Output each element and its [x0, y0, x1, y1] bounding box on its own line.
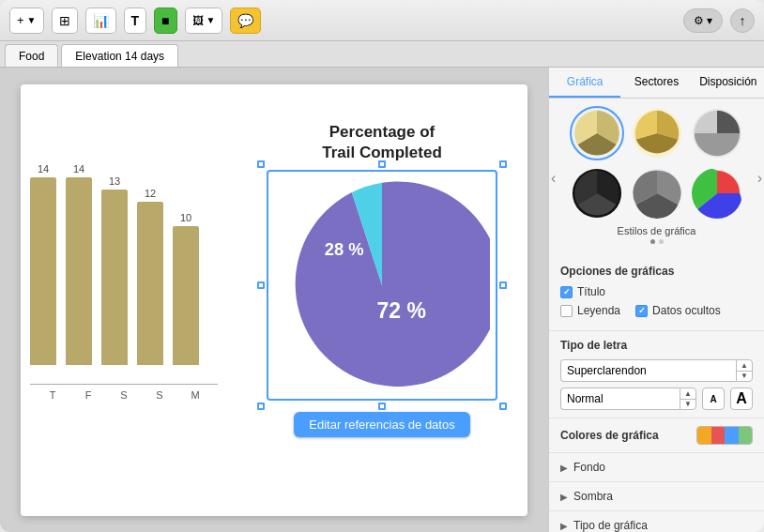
panel-tabs: Gráfica Sectores Disposición — [549, 68, 764, 99]
account-button[interactable]: ⚙ ▾ — [683, 8, 723, 33]
handle-br[interactable] — [499, 403, 507, 410]
main-area: 14 14 13 12 — [0, 68, 764, 532]
bar-col-3: 12 — [137, 188, 163, 365]
comment-button[interactable]: 💬 — [230, 8, 261, 34]
fondo-header[interactable]: ▶ Fondo — [549, 453, 764, 481]
datos-ocultos-checkbox[interactable] — [635, 305, 648, 317]
media-icon: 🖼 — [192, 14, 204, 27]
chart-styles-section: ‹ — [549, 99, 764, 257]
handle-mr[interactable] — [499, 281, 507, 289]
color-swatches[interactable] — [696, 426, 753, 445]
colors-row: Colores de gráfica — [560, 426, 753, 445]
color-swatch-3[interactable] — [739, 427, 753, 444]
font-size-small-button[interactable]: A — [702, 388, 725, 410]
tipo-grafica-header[interactable]: ▶ Tipo de gráfica — [549, 511, 764, 532]
pie-container[interactable]: Percentage of Trail Completed — [255, 122, 509, 437]
tabbar: Food Elevation 14 days — [0, 41, 764, 68]
svg-text:28 %: 28 % — [325, 238, 364, 258]
tipo-grafica-label: Tipo de gráfica — [573, 519, 648, 532]
chart-style-1[interactable] — [630, 106, 684, 160]
fondo-section: ▶ Fondo — [549, 453, 764, 482]
panel-tab-grafica[interactable]: Gráfica — [549, 68, 620, 98]
font-style-wrapper: Normal ▲ ▼ — [560, 388, 696, 410]
bar-chart: 14 14 13 12 — [30, 141, 218, 441]
handle-ml[interactable] — [257, 281, 265, 289]
bar-col-0: 14 — [30, 163, 56, 365]
sombra-section: ▶ Sombra — [549, 482, 764, 511]
account-icon: ⚙ ▾ — [694, 14, 712, 27]
font-style-display: Normal — [560, 388, 680, 410]
share-icon: ↑ — [740, 13, 746, 28]
handle-bm[interactable] — [378, 403, 386, 410]
leyenda-checkbox[interactable] — [560, 305, 573, 317]
color-swatch-1[interactable] — [711, 427, 726, 444]
media-button[interactable]: 🖼 ▼ — [185, 8, 223, 34]
tab-food[interactable]: Food — [5, 44, 58, 67]
font-family-up[interactable]: ▲ — [737, 360, 752, 372]
add-chevron: ▼ — [27, 15, 37, 25]
handle-bl[interactable] — [257, 403, 265, 410]
text-icon: T — [131, 13, 140, 28]
datos-ocultos-label[interactable]: Datos ocultos — [635, 304, 721, 317]
color-swatch-2[interactable] — [725, 427, 739, 444]
tab-elevation[interactable]: Elevation 14 days — [61, 44, 178, 67]
sombra-label: Sombra — [573, 490, 613, 503]
chart-style-5[interactable] — [690, 166, 744, 220]
add-button[interactable]: + ▼ — [9, 8, 44, 34]
fondo-arrow: ▶ — [560, 463, 568, 473]
shape-icon: ■ — [161, 13, 169, 28]
right-panel: Gráfica Sectores Disposición ‹ — [548, 68, 764, 532]
chart-button[interactable]: 📊 — [85, 8, 116, 34]
bar-0 — [30, 177, 56, 365]
font-section: Tipo de letra Superclarendon ▲ ▼ Normal … — [549, 331, 764, 418]
tipo-grafica-arrow: ▶ — [560, 521, 568, 531]
chart-styles-grid — [557, 106, 756, 220]
pie-chart-wrapper[interactable]: 72 % 28 % — [274, 177, 490, 393]
table-button[interactable]: ⊞ — [52, 8, 78, 34]
options-title: Opciones de gráficas — [560, 265, 753, 278]
shape-button[interactable]: ■ — [154, 8, 176, 34]
chart-style-0[interactable] — [570, 106, 624, 160]
sombra-header[interactable]: ▶ Sombra — [549, 482, 764, 510]
bar-chart-bars: 14 14 13 12 — [30, 141, 218, 385]
font-style-row: Normal ▲ ▼ A A — [560, 388, 753, 410]
options-section: Opciones de gráficas Título Leyenda Dato… — [549, 257, 764, 331]
canvas-inner: 14 14 13 12 — [21, 84, 527, 516]
bar-4 — [173, 226, 199, 365]
colors-section: Colores de gráfica — [549, 418, 764, 453]
sombra-arrow: ▶ — [560, 492, 568, 502]
font-size-large-button[interactable]: A — [730, 388, 753, 410]
edit-data-button[interactable]: Editar referencias de datos — [294, 412, 469, 437]
leyenda-label[interactable]: Leyenda — [560, 304, 620, 317]
panel-tab-disposicion[interactable]: Disposición — [693, 68, 764, 98]
color-swatch-0[interactable] — [697, 427, 711, 444]
chart-style-4[interactable] — [630, 166, 684, 220]
table-icon: ⊞ — [59, 13, 70, 28]
style-prev-button[interactable]: ‹ — [551, 170, 556, 187]
font-title: Tipo de letra — [560, 339, 753, 352]
font-style-up[interactable]: ▲ — [680, 388, 695, 400]
pie-svg: 72 % 28 % — [274, 177, 490, 393]
font-style-stepper[interactable]: ▲ ▼ — [680, 388, 696, 410]
pie-title: Percentage of Trail Completed — [255, 122, 509, 163]
chart-style-3[interactable] — [570, 166, 624, 220]
font-family-stepper[interactable]: ▲ ▼ — [736, 359, 753, 382]
bar-x-labels: T F S S M — [30, 389, 218, 401]
text-button[interactable]: T — [124, 8, 147, 34]
chart-icon: 📊 — [93, 13, 109, 28]
titulo-checkbox[interactable] — [560, 286, 573, 298]
font-family-row: Superclarendon ▲ ▼ — [560, 359, 753, 382]
share-button[interactable]: ↑ — [730, 8, 755, 33]
style-dots — [557, 239, 756, 244]
font-style-down[interactable]: ▼ — [680, 400, 695, 410]
fondo-label: Fondo — [573, 461, 605, 474]
bar-col-4: 10 — [173, 212, 199, 365]
panel-tab-sectores[interactable]: Sectores — [620, 68, 692, 98]
style-next-button[interactable]: › — [757, 170, 762, 187]
font-family-down[interactable]: ▼ — [737, 372, 752, 382]
chart-style-2[interactable] — [690, 106, 744, 160]
chart-style-label: Estilos de gráfica — [557, 225, 756, 236]
tipo-grafica-section: ▶ Tipo de gráfica — [549, 511, 764, 532]
comment-icon: 💬 — [237, 13, 253, 28]
titulo-label[interactable]: Título — [560, 285, 605, 298]
